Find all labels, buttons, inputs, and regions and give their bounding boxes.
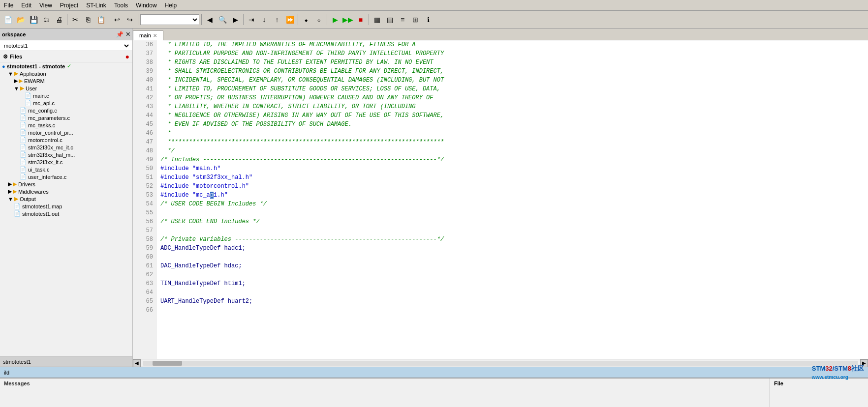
tree-drivers[interactable]: ▶ ▶ Drivers [0, 180, 132, 188]
peripherals-button[interactable]: ⊞ [409, 14, 421, 26]
horizontal-scrollbar[interactable]: ◀ ▶ [133, 359, 868, 367]
run-button[interactable]: ▶▶ [342, 14, 354, 26]
tree-stm32f3xx-hal[interactable]: 📄 stm32f3xx_hal_m... [0, 151, 132, 158]
tree-output[interactable]: ▼ ▶ Output [0, 195, 132, 203]
tree-mc-parameters-c[interactable]: 📄 mc_parameters.c [0, 114, 132, 121]
tab-close-icon[interactable]: ✕ [153, 33, 157, 38]
code-line-49: /* Includes ----------------------------… [160, 155, 864, 164]
messages-file-label: File [774, 380, 864, 386]
registers-button[interactable]: ▤ [384, 14, 396, 26]
tree-main-c[interactable]: ▶ 📄 main.c [0, 92, 132, 99]
tree-label-drivers: Drivers [18, 181, 35, 187]
line-num-38: 38 [133, 58, 156, 67]
menu-file[interactable]: File [0, 1, 17, 10]
messages-right: File [770, 378, 868, 407]
run-to-cursor-button[interactable]: ⏩ [284, 14, 296, 26]
tree-motor-control-pr[interactable]: 📄 motor_control_pr... [0, 129, 132, 136]
files-label: Files [10, 54, 22, 59]
step-into-button[interactable]: ↓ [258, 14, 270, 26]
close-icon[interactable]: ✕ [125, 31, 130, 38]
nav-back-button[interactable]: ◀ [204, 14, 216, 26]
workspace-bottom: stmototest1 [0, 356, 132, 367]
step-out-button[interactable]: ↑ [271, 14, 283, 26]
menu-window[interactable]: Window [132, 1, 161, 10]
tree-map-file[interactable]: 📄 stmototest1.map [0, 203, 132, 210]
code-line-64 [160, 288, 864, 297]
code-line-46: * [160, 129, 864, 138]
project-dropdown[interactable]: mototest1 [2, 42, 130, 49]
menu-tools[interactable]: Tools [110, 1, 132, 10]
redo-button[interactable]: ↪ [124, 14, 136, 26]
scrollbar-thumb[interactable] [153, 361, 182, 366]
project-selector[interactable]: mototest1 [0, 40, 132, 51]
tree-mc-config-c[interactable]: 📄 mc_config.c [0, 107, 132, 114]
disassembly-button[interactable]: ≡ [397, 14, 408, 26]
menu-view[interactable]: View [35, 1, 56, 10]
tree-ewarm[interactable]: ▶ ▶ EWARM [0, 77, 132, 85]
info-button[interactable]: ℹ [422, 14, 434, 26]
line-num-63: 63 [133, 279, 156, 288]
expand-drivers-icon: ▶ [8, 181, 12, 187]
line-num-53: 53 [133, 191, 156, 200]
paste-button[interactable]: 📋 [95, 14, 107, 26]
menu-edit[interactable]: Edit [17, 1, 35, 10]
new-button[interactable]: 📄 [2, 14, 14, 26]
tree-ui-task[interactable]: 📄 ui_task.c [0, 166, 132, 173]
tree-stm32f3xx-it[interactable]: 📄 stm32f3xx_it.c [0, 158, 132, 166]
tree-out-file[interactable]: 📄 stmototest1.out [0, 210, 132, 217]
save-button[interactable]: 💾 [28, 14, 39, 26]
editor-tabs: main ✕ [133, 29, 868, 40]
menu-help[interactable]: Help [161, 1, 181, 10]
file-icon-hal: 📄 [20, 151, 27, 158]
step-over-button[interactable]: ⇥ [246, 14, 257, 26]
code-line-58: /* Private variables -------------------… [160, 235, 864, 244]
memory-button[interactable]: ▦ [371, 14, 383, 26]
search-button[interactable]: 🔍 [217, 14, 228, 26]
open-button[interactable]: 📂 [15, 14, 27, 26]
undo-button[interactable]: ↩ [111, 14, 123, 26]
tree-user-interface[interactable]: 📄 user_interface.c [0, 173, 132, 180]
line-num-36: 36 [133, 40, 156, 49]
menubar: File Edit View Project ST-Link Tools Win… [0, 0, 868, 11]
tree-label-motor-control-pr: motor_control_pr... [28, 130, 73, 136]
files-gear-icon[interactable]: ⚙ [3, 54, 8, 60]
line-num-42: 42 [133, 93, 156, 102]
separator4 [201, 14, 202, 25]
code-editor[interactable]: 36 37 38 39 40 41 42 43 44 45 46 47 48 4… [133, 40, 868, 359]
toolbar-dropdown[interactable] [140, 14, 199, 25]
tree-middlewares[interactable]: ▶ ▶ Middlewares [0, 188, 132, 195]
cut-button[interactable]: ✂ [69, 14, 81, 26]
save-all-button[interactable]: 🗂 [40, 14, 52, 26]
code-line-41: * LIMITED TO, PROCUREMENT OF SUBSTITUTE … [160, 85, 864, 93]
scroll-left-button[interactable]: ◀ [133, 359, 141, 367]
checkmark-icon: ✓ [67, 63, 71, 69]
menu-project[interactable]: Project [56, 1, 82, 10]
tree-label-main-c: main.c [33, 93, 49, 99]
scrollbar-track[interactable] [143, 361, 858, 366]
tree-stm32f30x-mc-it[interactable]: 📄 stm32f30x_mc_it.c [0, 144, 132, 151]
copy-button[interactable]: ⎘ [82, 14, 94, 26]
clear-breakpoints-button[interactable]: ⬦ [313, 14, 325, 26]
tree-mc-api-c[interactable]: ▶ 📄 mc_api.c [0, 99, 132, 107]
tree-mc-tasks-c[interactable]: 📄 mc_tasks.c [0, 121, 132, 129]
print-button[interactable]: 🖨 [53, 14, 65, 26]
editor-area: main ✕ 36 37 38 39 40 41 42 43 44 45 46 … [133, 29, 868, 367]
file-icon-it: 📄 [20, 159, 27, 165]
line-num-58: 58 [133, 235, 156, 244]
toggle-breakpoint-button[interactable]: ⬥ [300, 14, 312, 26]
pin-icon[interactable]: 📌 [116, 31, 124, 38]
tab-main[interactable]: main ✕ [133, 30, 163, 40]
nav-fwd-button[interactable]: ▶ [229, 14, 241, 26]
menu-stlink[interactable]: ST-Link [82, 1, 110, 10]
code-content[interactable]: * LIMITED TO, THE IMPLIED WARRANTIES OF … [156, 40, 868, 359]
tree-user[interactable]: ▼ ▶ User [0, 85, 132, 92]
code-line-56: /* USER CODE END Includes */ [160, 217, 864, 226]
expand-user-icon: ▼ [14, 86, 19, 91]
tree-application[interactable]: ▼ ▶ Application [0, 70, 132, 77]
build-button[interactable]: ▶ [329, 14, 341, 26]
tree-motorcontrol-c[interactable]: 📄 motorcontrol.c [0, 136, 132, 144]
tree-project-root[interactable]: ● stmototest1 - stmotote ✓ [0, 62, 132, 70]
stop-button[interactable]: ■ [355, 14, 367, 26]
file-icon-motor-ctrl: 📄 [20, 129, 27, 136]
code-line-38: * RIGHTS ARE DISCLAIMED TO THE FULLEST E… [160, 58, 864, 67]
